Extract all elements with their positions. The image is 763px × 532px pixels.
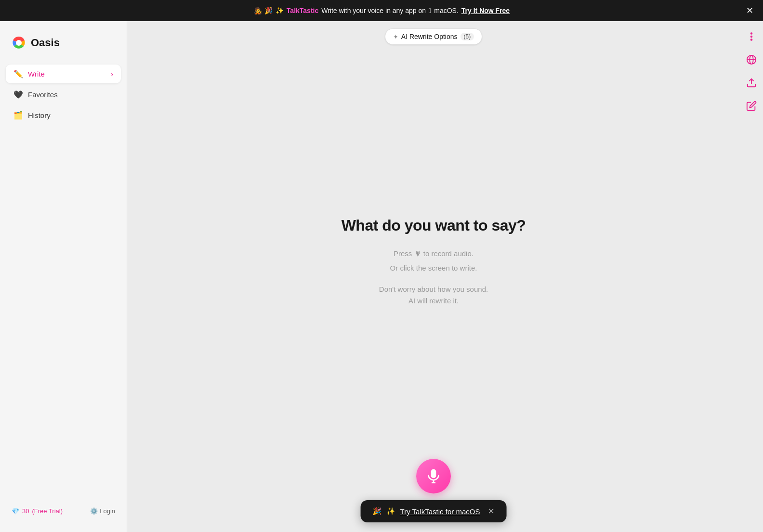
favorites-label: Favorites	[28, 91, 58, 99]
promo-close-button[interactable]: ✕	[487, 507, 495, 516]
upload-button[interactable]	[743, 74, 760, 91]
banner-emoji2: 🎉	[264, 7, 273, 14]
ai-rewrite-label: AI Rewrite Options	[401, 33, 458, 40]
banner-platform: macOS.	[434, 7, 459, 14]
login-label: Login	[100, 507, 115, 515]
globe-button[interactable]	[743, 51, 760, 68]
microphone-icon	[426, 468, 441, 484]
svg-point-2	[751, 33, 752, 34]
main-content: ✦ AI Rewrite Options (5) What do you wan…	[127, 21, 740, 532]
promo-banner: 🎉 ✨ Try TalkTastic for macOS ✕	[361, 500, 507, 522]
mic-area	[416, 459, 451, 493]
favorites-icon: 🖤	[13, 90, 23, 99]
banner-close-button[interactable]: ✕	[746, 6, 753, 15]
promo-emoji1: 🎉	[372, 507, 382, 516]
ai-rewrite-count-badge: (5)	[460, 33, 474, 40]
nav-items: ✏️ Write › 🖤 Favorites 🗂️ History	[0, 65, 127, 125]
main-title: What do you want to say?	[342, 217, 526, 234]
promo-sparkle: ✨	[386, 507, 395, 516]
svg-point-1	[16, 40, 22, 46]
banner-emoji1: 🧑‍🎤	[253, 7, 262, 14]
ai-rewrite-button[interactable]: ✦ AI Rewrite Options (5)	[385, 28, 482, 45]
instruction-line1: Press 🎙 to record audio.	[394, 248, 474, 260]
mic-button[interactable]	[416, 459, 451, 493]
gear-icon: ⚙️	[90, 507, 98, 515]
apple-icon: 	[429, 7, 431, 14]
edit-icon	[746, 101, 757, 111]
gem-icon: 💎	[12, 507, 19, 515]
svg-point-4	[751, 39, 752, 40]
more-options-button[interactable]	[743, 28, 760, 45]
write-icon: ✏️	[13, 69, 23, 78]
edit-button[interactable]	[743, 97, 760, 115]
globe-icon	[746, 54, 757, 65]
banner-cta-link[interactable]: Try It Now Free	[461, 7, 510, 14]
write-arrow-icon: ›	[111, 70, 113, 78]
oasis-logo-icon	[12, 36, 26, 50]
banner-middle-text: Write with your voice in any app on	[321, 7, 426, 14]
banner-text: 🧑‍🎤 🎉 ✨ TalkTastic Write with your voice…	[253, 7, 510, 14]
upload-icon	[746, 78, 757, 88]
history-icon: 🗂️	[13, 111, 23, 120]
trial-count: 30	[22, 507, 29, 515]
right-sidebar	[740, 21, 763, 532]
ai-sparkle-icon: ✦	[393, 33, 398, 40]
sidebar-item-history[interactable]: 🗂️ History	[6, 106, 121, 125]
instruction-line3: Don't worry about how you sound.	[379, 284, 488, 295]
history-label: History	[28, 111, 51, 119]
sidebar-item-write[interactable]: ✏️ Write ›	[6, 65, 121, 83]
logo-text: Oasis	[31, 37, 60, 49]
instruction-line4: AI will rewrite it.	[408, 295, 459, 307]
logo-area: Oasis	[0, 31, 127, 65]
instruction-line2: Or click the screen to write.	[390, 262, 477, 274]
free-trial-indicator: 💎 30 (Free Trial)	[12, 507, 63, 515]
top-banner: 🧑‍🎤 🎉 ✨ TalkTastic Write with your voice…	[0, 0, 763, 21]
sidebar-item-favorites[interactable]: 🖤 Favorites	[6, 85, 121, 104]
svg-point-3	[751, 36, 752, 37]
banner-sparkle: ✨	[276, 7, 284, 14]
more-icon	[746, 31, 757, 42]
login-button[interactable]: ⚙️ Login	[90, 507, 115, 515]
banner-brand: TalkTastic	[287, 7, 318, 14]
write-label: Write	[28, 70, 45, 78]
promo-link[interactable]: Try TalkTastic for macOS	[400, 507, 480, 516]
main-header: ✦ AI Rewrite Options (5)	[127, 21, 740, 52]
sidebar-footer: 💎 30 (Free Trial) ⚙️ Login	[0, 500, 127, 522]
sidebar: Oasis ✏️ Write › 🖤 Favorites 🗂️ History …	[0, 21, 127, 532]
trial-label: (Free Trial)	[32, 507, 63, 515]
